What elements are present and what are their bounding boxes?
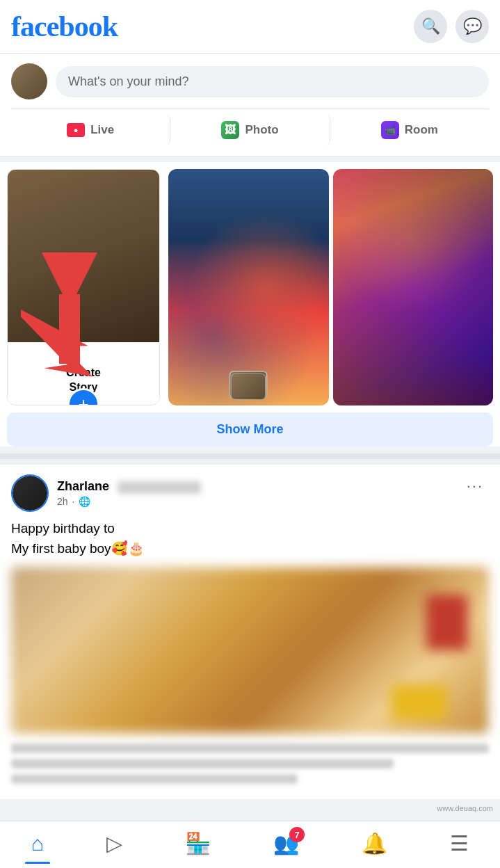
live-button[interactable]: ● Live (11, 114, 170, 146)
room-button[interactable]: 📹 Room (330, 114, 489, 146)
story-thumb-2[interactable] (333, 169, 494, 405)
current-user-avatar (11, 63, 47, 99)
section-divider (0, 453, 500, 459)
messenger-button[interactable]: 💬 (455, 10, 489, 43)
post-author-name: Zharlane (57, 479, 109, 493)
nav-item-friends[interactable]: 👥 7 (265, 827, 307, 860)
dot-separator: · (72, 496, 75, 507)
home-icon: ⌂ (31, 832, 44, 855)
nav-item-notifications[interactable]: 🔔 (353, 827, 396, 860)
post-time: 2h (57, 496, 68, 507)
photo-label: Photo (245, 123, 278, 137)
post-author-info: Zharlane 2h · 🌐 (11, 474, 201, 512)
post-reactions-blurred (11, 744, 489, 784)
search-button[interactable]: 🔍 (414, 10, 447, 43)
header: facebook 🔍 💬 (0, 0, 500, 54)
stories-container: + CreateStory (0, 162, 500, 412)
post-text-line1: Happy birthday to (11, 519, 489, 539)
nav-item-marketplace[interactable]: 🏪 (177, 827, 219, 860)
messenger-icon: 💬 (463, 17, 482, 35)
post-input[interactable]: What's on your mind? (56, 66, 489, 97)
show-more-label: Show More (216, 422, 283, 436)
post-text: Happy birthday to My first baby boy🥰🎂 (11, 519, 489, 558)
public-icon: 🌐 (79, 496, 90, 507)
post-options-button[interactable]: ··· (461, 474, 489, 498)
live-icon: ● (67, 123, 85, 137)
home-active-indicator (25, 862, 50, 864)
post-author-details: Zharlane 2h · 🌐 (57, 479, 201, 507)
create-story-image (8, 170, 159, 342)
facebook-logo: facebook (11, 10, 118, 43)
watch-icon: ▷ (106, 831, 122, 855)
notifications-icon: 🔔 (362, 831, 387, 855)
feed-post: Zharlane 2h · 🌐 ··· Happy birthday to My… (0, 465, 500, 799)
bottom-nav: ⌂ ▷ 🏪 👥 7 🔔 ☰ (0, 821, 500, 868)
marketplace-icon: 🏪 (185, 831, 211, 855)
post-author-avatar (11, 474, 49, 512)
header-icons: 🔍 💬 (414, 10, 489, 43)
room-label: Room (405, 123, 438, 137)
post-image-blurred (11, 567, 489, 734)
post-author-name-row: Zharlane (57, 479, 201, 494)
search-icon: 🔍 (421, 17, 440, 35)
friends-badge: 7 (289, 827, 305, 842)
post-author-last-name-blurred (118, 481, 201, 494)
nav-item-watch[interactable]: ▷ (98, 827, 131, 860)
stories-section: + CreateStory (0, 162, 500, 447)
menu-icon: ☰ (450, 831, 469, 855)
photo-button[interactable]: 🖼 Photo (170, 114, 330, 146)
post-box: What's on your mind? ● Live 🖼 Photo 📹 Ro… (0, 54, 500, 156)
nav-item-menu[interactable]: ☰ (442, 827, 477, 860)
stories-thumbnails (164, 162, 500, 412)
post-box-top: What's on your mind? (11, 63, 489, 99)
show-more-button[interactable]: Show More (7, 412, 493, 447)
post-meta: 2h · 🌐 (57, 496, 201, 507)
post-text-line2: My first baby boy🥰🎂 (11, 539, 489, 559)
create-story-card[interactable]: + CreateStory (7, 169, 160, 405)
nav-item-home[interactable]: ⌂ (23, 828, 52, 860)
story-thumb-1[interactable] (168, 169, 329, 405)
photo-icon: 🖼 (221, 121, 239, 139)
room-icon: 📹 (381, 121, 399, 139)
post-header: Zharlane 2h · 🌐 ··· (11, 474, 489, 512)
post-box-actions: ● Live 🖼 Photo 📹 Room (11, 108, 489, 146)
live-label: Live (90, 123, 114, 137)
watermark: www.deuaq.com (437, 804, 493, 812)
